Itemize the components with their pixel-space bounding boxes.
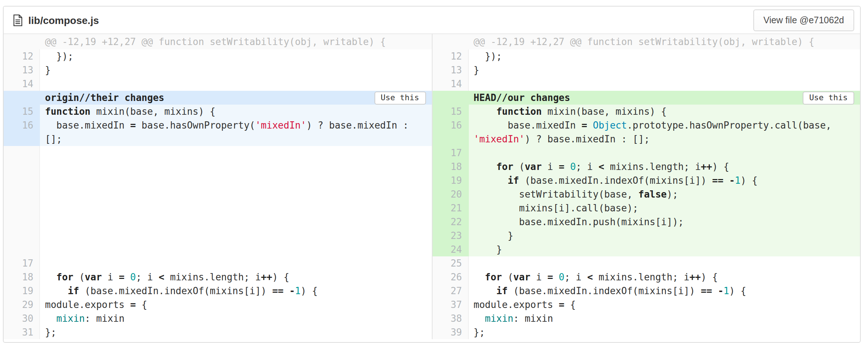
code-row: 15function mixin(base, mixins) { (4, 105, 431, 118)
code-row: 13} (432, 63, 860, 77)
code-line (468, 256, 860, 270)
token-k: for (56, 272, 73, 283)
code-line: }; (468, 325, 860, 339)
line-number: 21 (432, 201, 468, 215)
line-number: 12 (4, 49, 40, 63)
line-number: 30 (4, 312, 40, 325)
code-row: 29module.exports = { (4, 298, 431, 312)
code-line: } (468, 63, 860, 77)
use-this-button[interactable]: Use this (374, 91, 426, 104)
code-row: 14 (4, 77, 431, 91)
token-k: ++ (689, 272, 701, 283)
line-number: 31 (4, 325, 40, 339)
token-n: 0 (570, 161, 576, 172)
line-number: 16 (432, 118, 468, 146)
empty-code-area (40, 146, 431, 256)
token-k: < (159, 272, 164, 283)
code-row: 38 mixin: mixin (432, 312, 860, 325)
code-row: 12 }); (4, 49, 431, 63)
line-number: 19 (432, 174, 468, 187)
token-k: = (130, 120, 136, 131)
code-line (468, 77, 860, 91)
diff-panes: @@ -12,19 +12,27 @@ function setWritabil… (4, 34, 860, 339)
token-k: var (85, 272, 102, 283)
code-line (468, 146, 860, 160)
code-row: 19 if (base.mixedIn.indexOf(mixins[i]) =… (432, 174, 860, 187)
filler-gap (4, 146, 431, 256)
line-number: 17 (4, 256, 40, 270)
hunk-header-text: @@ -12,19 +12,27 @@ function setWritabil… (40, 34, 431, 49)
line-number: 17 (432, 146, 468, 160)
code-line: } (468, 229, 860, 243)
file-header: lib/compose.js View file @e71062d (4, 7, 860, 34)
code-row: 12 }); (432, 49, 860, 63)
line-number: 15 (4, 105, 40, 118)
line-number: 13 (4, 63, 40, 77)
code-line: }); (468, 49, 860, 63)
token-s: 'mixedIn' (474, 134, 525, 145)
code-row: 18 for (var i = 0; i < mixins.length; i+… (4, 270, 431, 284)
line-number: 12 (432, 49, 468, 63)
code-row: 14 (432, 77, 860, 91)
code-line: base.mixedIn = base.hasOwnProperty('mixe… (40, 118, 431, 146)
code-row: 13} (4, 63, 431, 77)
line-number: 20 (432, 187, 468, 201)
gutter (4, 34, 40, 49)
conflict-header: origin//their changesUse this (4, 91, 431, 105)
code-line: if (base.mixedIn.indexOf(mixins[i]) == -… (468, 174, 860, 187)
code-line: if (base.mixedIn.indexOf(mixins[i]) == -… (40, 284, 431, 298)
code-row: 16 base.mixedIn = base.hasOwnProperty('m… (4, 118, 431, 146)
code-line: } (40, 63, 431, 77)
line-number: 37 (432, 298, 468, 312)
code-row: 27 if (base.mixedIn.indexOf(mixins[i]) =… (432, 284, 860, 298)
token-k: - (289, 285, 295, 296)
token-s: 'mixedIn' (255, 120, 306, 131)
code-row: 19 if (base.mixedIn.indexOf(mixins[i]) =… (4, 284, 431, 298)
code-line: }); (40, 49, 431, 63)
token-p: mixin (56, 313, 85, 324)
gutter (432, 34, 468, 49)
token-n: 1 (724, 285, 729, 296)
view-file-button[interactable]: View file @e71062d (753, 9, 854, 31)
token-k: - (718, 285, 724, 296)
hunk-header-text: @@ -12,19 +12,27 @@ function setWritabil… (468, 34, 860, 49)
token-k: = (548, 272, 553, 283)
line-number: 25 (432, 256, 468, 270)
code-line: module.exports = { (40, 298, 431, 312)
line-number: 29 (4, 298, 40, 312)
token-k: = (130, 299, 136, 310)
code-line (40, 256, 431, 270)
line-number: 22 (432, 215, 468, 229)
token-k: for (496, 161, 513, 172)
code-line: for (var i = 0; i < mixins.length; i++) … (40, 270, 431, 284)
file-name: lib/compose.js (28, 14, 99, 26)
line-number: 14 (432, 77, 468, 91)
line-number: 26 (432, 270, 468, 284)
line-number: 27 (432, 284, 468, 298)
token-n: 1 (295, 285, 301, 296)
use-this-button[interactable]: Use this (803, 91, 854, 104)
line-number: 15 (432, 105, 468, 118)
line-number: 18 (4, 270, 40, 284)
code-line: }; (40, 325, 431, 339)
token-k: < (587, 272, 593, 283)
code-line: mixin: mixin (40, 312, 431, 325)
code-line: mixin: mixin (468, 312, 860, 325)
line-number: 24 (432, 243, 468, 256)
code-row: 24 } (432, 243, 860, 256)
code-row: 21 mixins[i].call(base); (432, 201, 860, 215)
code-row: 30 mixin: mixin (4, 312, 431, 325)
code-row: 26 for (var i = 0; i < mixins.length; i+… (432, 270, 860, 284)
token-k: ++ (701, 161, 712, 172)
token-n: 0 (130, 272, 136, 283)
code-row: 18 for (var i = 0; i < mixins.length; i+… (432, 160, 860, 174)
hunk-header: @@ -12,19 +12,27 @@ function setWritabil… (432, 34, 860, 49)
file-diff-card: lib/compose.js View file @e71062d @@ -12… (3, 6, 861, 343)
token-k: = (559, 299, 565, 310)
conflict-header: HEAD//our changesUse this (432, 91, 860, 105)
token-k: var (513, 272, 531, 283)
file-text-icon (13, 14, 22, 26)
line-number: 13 (432, 63, 468, 77)
token-b: Object (593, 120, 627, 131)
code-row: 37module.exports = { (432, 298, 860, 312)
